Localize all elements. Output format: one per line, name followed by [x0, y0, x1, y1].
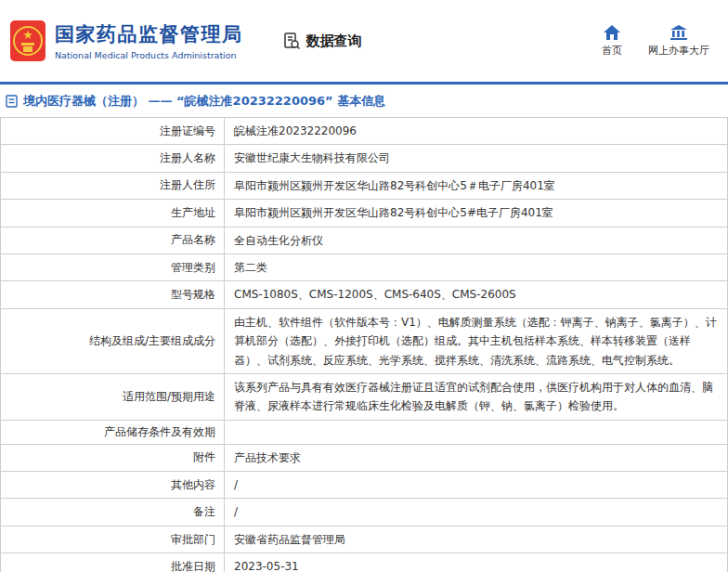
row-label: 管理类别 — [1, 254, 225, 280]
table-row: 附件 产品技术要求 — [1, 444, 728, 471]
page-title-text: 境内医疗器械（注册） —— “皖械注准20232220096” 基本信息 — [23, 93, 385, 110]
table-row: 注册人住所 阜阳市颍州区颍州开发区华山路82号科创中心5＃电子厂房401室 — [1, 172, 728, 199]
page-title: 境内医疗器械（注册） —— “皖械注准20232220096” 基本信息 — [0, 84, 728, 117]
org-name-cn: 国家药品监督管理局 — [55, 21, 243, 47]
row-value: 第二类 — [225, 254, 728, 280]
svg-text:★: ★ — [22, 28, 33, 42]
table-row: 产品储存条件及有效期 — [1, 420, 728, 444]
row-value: 产品技术要求 — [225, 444, 728, 471]
brand-text: 国家药品监督管理局 National Medical Products Admi… — [55, 21, 243, 60]
row-label: 其他内容 — [1, 472, 225, 499]
brand: ★ 国家药品监督管理局 National Medical Products Ad… — [9, 20, 243, 62]
row-label: 注册证编号 — [1, 118, 225, 145]
row-label: 产品储存条件及有效期 — [1, 420, 225, 444]
row-value: CMS-1080S、CMS-1200S、CMS-640S、CMS-2600S — [225, 281, 728, 308]
row-value: 安徽省药品监督管理局 — [225, 526, 728, 552]
row-label: 生产地址 — [1, 200, 225, 227]
table-row: 注册人名称 安徽世纪康大生物科技有限公司 — [1, 145, 728, 172]
table-row: 适用范围/预期用途 该系列产品与具有有效医疗器械注册证且适宜的试剂配合使用，供医… — [1, 373, 728, 420]
table-row: 产品名称 全自动生化分析仪 — [1, 227, 728, 254]
site-header: ★ 国家药品监督管理局 National Medical Products Ad… — [0, 0, 728, 82]
org-name-en: National Medical Products Administration — [55, 50, 243, 60]
row-label: 适用范围/预期用途 — [1, 373, 225, 420]
row-value: 阜阳市颍州区颍州开发区华山路82号科创中心5＃电子厂房401室 — [225, 172, 728, 199]
row-label: 备注 — [1, 499, 225, 526]
data-query-icon — [282, 32, 301, 50]
data-query-label: 数据查询 — [306, 32, 362, 50]
data-query-button[interactable]: 数据查询 — [282, 32, 362, 50]
row-label: 批准日期 — [1, 553, 225, 572]
row-value: 2023-05-31 — [225, 553, 728, 572]
registration-info-table: 注册证编号 皖械注准20232220096 注册人名称 安徽世纪康大生物科技有限… — [0, 117, 728, 572]
table-row: 管理类别 第二类 — [1, 254, 728, 280]
row-value: 由主机、软件组件（软件版本号：V1）、电解质测量系统（选配：钾离子、钠离子、氯离… — [225, 308, 728, 373]
table-row: 型号规格 CMS-1080S、CMS-1200S、CMS-640S、CMS-26… — [1, 281, 728, 308]
table-row: 其他内容 / — [1, 472, 728, 499]
table-row: 注册证编号 皖械注准20232220096 — [1, 118, 728, 145]
table-row: 备注 / — [1, 499, 728, 526]
nav-home[interactable]: 首页 — [602, 25, 622, 58]
row-value: 该系列产品与具有有效医疗器械注册证且适宜的试剂配合使用，供医疗机构用于对人体的血… — [225, 373, 728, 420]
row-value: / — [225, 472, 728, 499]
row-value: / — [225, 499, 728, 526]
building-icon — [670, 25, 687, 40]
row-label: 审批部门 — [1, 526, 225, 552]
table-row: 审批部门 安徽省药品监督管理局 — [1, 526, 728, 552]
table-row: 批准日期 2023-05-31 — [1, 553, 728, 572]
national-emblem-icon: ★ — [9, 20, 46, 62]
document-icon — [6, 95, 18, 108]
home-icon — [604, 25, 620, 40]
row-label: 注册人名称 — [1, 145, 225, 172]
table-row: 结构及组成/主要组成成分 由主机、软件组件（软件版本号：V1）、电解质测量系统（… — [1, 308, 728, 373]
row-value — [225, 420, 728, 444]
row-value: 阜阳市颍州区颍州开发区华山路82号科创中心5#电子厂房401室 — [225, 200, 728, 227]
table-row: 生产地址 阜阳市颍州区颍州开发区华山路82号科创中心5#电子厂房401室 — [1, 200, 728, 227]
row-label: 型号规格 — [1, 281, 225, 308]
row-label: 附件 — [1, 444, 225, 471]
top-nav: 首页 网上办事大厅 — [602, 25, 709, 58]
nav-service-hall[interactable]: 网上办事大厅 — [648, 25, 709, 58]
nav-service-hall-label: 网上办事大厅 — [648, 44, 709, 58]
row-value: 安徽世纪康大生物科技有限公司 — [225, 145, 728, 172]
row-value: 皖械注准20232220096 — [225, 118, 728, 145]
row-label: 结构及组成/主要组成成分 — [1, 308, 225, 373]
row-value: 全自动生化分析仪 — [225, 227, 728, 254]
row-label: 产品名称 — [1, 227, 225, 254]
nav-home-label: 首页 — [602, 44, 622, 58]
row-label: 注册人住所 — [1, 172, 225, 199]
